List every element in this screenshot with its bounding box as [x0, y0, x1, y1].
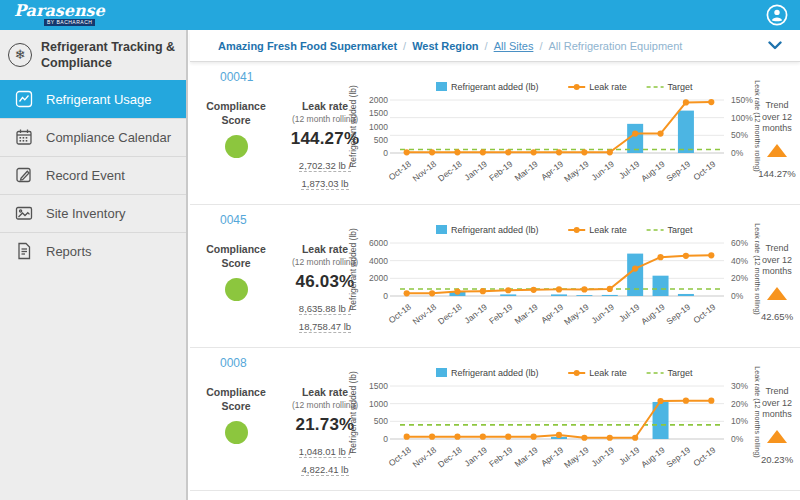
sidebar-item-record-event[interactable]: Record Event — [0, 156, 186, 194]
leak-rate-point — [429, 434, 435, 440]
leak-rate-point — [556, 286, 562, 292]
refrigerant-dashboard: { "topbar": { "logo_text": "Parasense", … — [0, 0, 800, 500]
equipment-id-link[interactable]: 0008 — [220, 356, 247, 370]
leak-rate-point — [607, 149, 613, 155]
legend-line-marker — [574, 370, 580, 376]
leak-rate-point — [531, 287, 537, 293]
legend-label: Target — [668, 225, 694, 235]
leak-rate-point — [607, 435, 613, 441]
left-axis-tick: 500 — [374, 135, 388, 145]
month-label: Mar-19 — [512, 445, 540, 470]
trend-value: 20.23% — [756, 454, 798, 465]
calendar-icon — [15, 128, 33, 146]
leak-rate-point — [683, 99, 689, 105]
breadcrumb-item[interactable]: All Sites — [494, 40, 534, 52]
leak-rate-point — [429, 149, 435, 155]
left-axis-tick: 2000 — [369, 273, 388, 283]
usage-chart: 05001000150020000%50%100%150%Refrigerant… — [348, 78, 762, 202]
record-event-icon — [15, 166, 33, 184]
month-label: Apr-19 — [539, 159, 565, 183]
left-axis-title: Refrigerant added (lb) — [348, 85, 358, 168]
left-axis-tick: 500 — [374, 416, 388, 426]
month-label: Aug-19 — [639, 302, 667, 327]
top-bar: Parasense BY BACHARACH — [0, 0, 800, 30]
right-axis-tick: 0% — [731, 434, 744, 444]
leak-rate-point — [505, 434, 511, 440]
leak-rate-point — [531, 434, 537, 440]
right-axis-tick: 20% — [731, 273, 748, 283]
ratio-denominator: 1,873.03 lb — [301, 178, 348, 190]
logo-subtext: BY BACHARACH — [44, 19, 95, 26]
breadcrumb-item[interactable]: All Refrigeration Equipment — [548, 40, 682, 52]
month-label: Jun-19 — [589, 445, 616, 469]
parasense-logo[interactable]: Parasense BY BACHARACH — [14, 3, 105, 26]
sidebar-item-refrigerant-usage[interactable]: Refrigerant Usage — [0, 80, 186, 118]
leak-rate-point — [581, 149, 587, 155]
legend-label: Target — [668, 368, 694, 378]
equipment-section: 00041 Compliance Score Leak rate (12 mon… — [190, 62, 800, 205]
usage-chart: 0500100015000%10%20%30%Refrigerant added… — [348, 364, 762, 488]
right-axis-tick: 60% — [731, 238, 748, 248]
sidebar-item-label: Site Inventory — [46, 206, 126, 221]
sidebar-item-label: Refrigerant Usage — [46, 92, 152, 107]
leak-rate-point — [632, 435, 638, 441]
refrigerant-added-bar — [653, 276, 669, 296]
breadcrumb-item[interactable]: Amazing Fresh Food Supermarket — [218, 40, 397, 52]
refrigerant-added-bar — [551, 294, 567, 296]
month-label: Oct-18 — [387, 445, 413, 469]
leak-rate-point — [404, 434, 410, 440]
month-label: Apr-19 — [539, 445, 565, 469]
right-axis-tick: 10% — [731, 416, 748, 426]
sidebar-item-compliance-calendar[interactable]: Compliance Calendar — [0, 118, 186, 156]
right-axis-tick: 150% — [731, 95, 753, 105]
equipment-id-link[interactable]: 00041 — [220, 70, 253, 84]
trend-up-icon — [767, 287, 787, 300]
breadcrumb-collapse-toggle[interactable] — [768, 41, 782, 50]
equipment-id-link[interactable]: 0045 — [220, 213, 247, 227]
breadcrumb-separator: / — [403, 40, 406, 52]
left-axis-tick: 0 — [383, 291, 388, 301]
month-label: Oct-18 — [387, 159, 413, 183]
logo-text: Parasense — [14, 3, 105, 19]
compliance-score-label: Compliance Score — [204, 386, 268, 413]
left-axis-tick: 0 — [383, 148, 388, 158]
breadcrumb-items: Amazing Fresh Food Supermarket/West Regi… — [218, 40, 682, 52]
chart-canvas: 0500100015000%10%20%30%Refrigerant added… — [348, 364, 762, 488]
month-label: Aug-19 — [639, 159, 667, 184]
leak-rate-point — [657, 398, 663, 404]
user-account-button[interactable] — [766, 4, 788, 26]
compliance-score-indicator — [225, 278, 248, 301]
chevron-down-icon — [768, 41, 782, 50]
right-axis-tick: 30% — [731, 381, 748, 391]
month-label: Nov-18 — [411, 159, 439, 184]
legend-label: Target — [668, 82, 694, 92]
leak-rate-point — [632, 130, 638, 136]
leak-rate-point — [708, 99, 714, 105]
month-label: Oct-19 — [691, 302, 717, 326]
left-axis-title: Refrigerant added (lb) — [348, 228, 358, 311]
breadcrumb-item[interactable]: West Region — [412, 40, 478, 52]
compliance-score-block: Compliance Score — [204, 243, 268, 336]
legend-label: Refrigerant added (lb) — [451, 82, 539, 92]
leak-rate-point — [708, 398, 714, 404]
ratio-numerator: 2,702.32 lb / — [299, 160, 351, 172]
month-label: May-19 — [562, 445, 591, 470]
legend-bar-swatch — [436, 368, 447, 377]
compliance-score-label: Compliance Score — [204, 243, 268, 270]
sidebar-item-reports[interactable]: Reports — [0, 232, 186, 270]
left-axis-tick: 1500 — [369, 108, 388, 118]
month-label: Feb-19 — [487, 159, 515, 184]
leak-rate-point — [505, 287, 511, 293]
leak-rate-point — [480, 149, 486, 155]
sidebar-item-label: Compliance Calendar — [46, 130, 171, 145]
leak-rate-point — [581, 435, 587, 441]
month-label: Oct-19 — [691, 159, 717, 183]
right-axis-tick: 50% — [731, 130, 748, 140]
usage-chart: 02000400060000%20%40%60%Refrigerant adde… — [348, 221, 762, 345]
month-label: Nov-18 — [411, 302, 439, 327]
breadcrumb-separator: / — [539, 40, 542, 52]
leak-rate-point — [429, 290, 435, 296]
left-axis-tick: 1000 — [369, 399, 388, 409]
sidebar-item-site-inventory[interactable]: Site Inventory — [0, 194, 186, 232]
leak-rate-point — [505, 149, 511, 155]
